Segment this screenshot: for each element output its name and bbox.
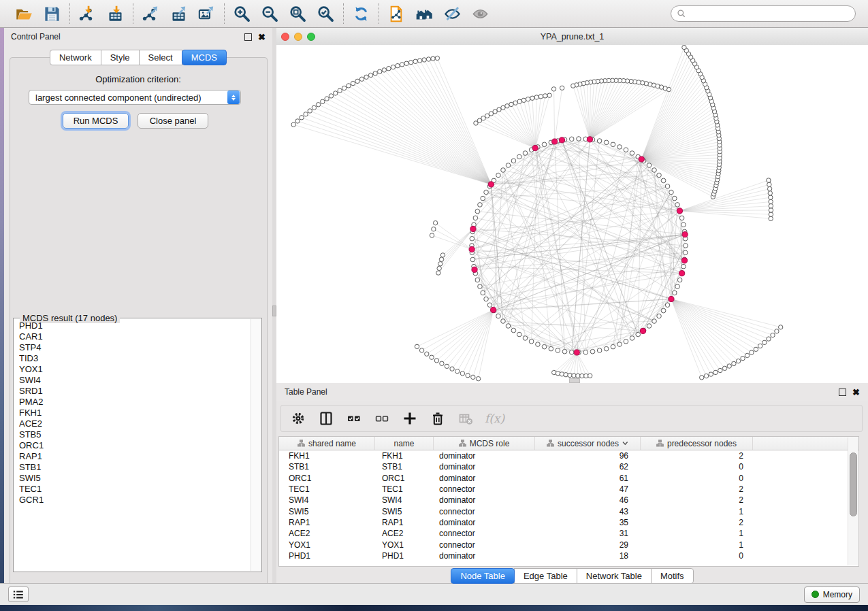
mcds-dominator-node[interactable] bbox=[470, 226, 476, 231]
delete-icon[interactable] bbox=[429, 410, 447, 427]
network-node[interactable] bbox=[669, 190, 674, 195]
table-scrollbar[interactable] bbox=[848, 437, 858, 565]
network-node[interactable] bbox=[529, 340, 534, 344]
network-leaf-node[interactable] bbox=[338, 88, 342, 93]
network-leaf-node[interactable] bbox=[497, 108, 501, 112]
network-leaf-node[interactable] bbox=[769, 216, 773, 220]
network-node[interactable] bbox=[617, 342, 622, 347]
zoom-selected-icon[interactable] bbox=[317, 5, 335, 23]
network-node[interactable] bbox=[630, 336, 634, 341]
tab-edge-table[interactable]: Edge Table bbox=[514, 568, 577, 584]
network-leaf-node[interactable] bbox=[433, 220, 437, 225]
network-leaf-node[interactable] bbox=[745, 353, 749, 357]
network-leaf-node[interactable] bbox=[312, 105, 316, 110]
mcds-dominator-node[interactable] bbox=[681, 258, 687, 263]
network-leaf-node[interactable] bbox=[775, 329, 779, 333]
mcds-result-item[interactable]: SWI4 bbox=[19, 375, 251, 386]
network-node[interactable] bbox=[673, 291, 677, 295]
network-leaf-node[interactable] bbox=[471, 375, 475, 379]
network-leaf-node[interactable] bbox=[439, 257, 443, 261]
table-scrollbar-thumb[interactable] bbox=[850, 452, 857, 516]
close-table-panel-icon[interactable]: ✖ bbox=[852, 389, 860, 395]
table-row[interactable]: YOX1YOX1connector291 bbox=[279, 539, 858, 550]
network-leaf-node[interactable] bbox=[709, 372, 713, 376]
network-leaf-node[interactable] bbox=[437, 266, 441, 270]
clone-network-icon[interactable] bbox=[387, 5, 406, 23]
settings-icon[interactable] bbox=[289, 410, 307, 427]
refresh-icon[interactable] bbox=[352, 5, 370, 23]
open-icon[interactable] bbox=[15, 5, 33, 23]
network-leaf-node[interactable] bbox=[552, 370, 556, 374]
table-row[interactable]: SWI5SWI5connector431 bbox=[279, 506, 858, 516]
export-table-icon[interactable] bbox=[170, 5, 188, 23]
tab-select[interactable]: Select bbox=[139, 50, 182, 65]
network-node[interactable] bbox=[675, 203, 680, 208]
network-leaf-node[interactable] bbox=[771, 333, 775, 337]
network-node[interactable] bbox=[556, 348, 560, 353]
hide-eye-icon[interactable] bbox=[443, 5, 462, 23]
network-leaf-node[interactable] bbox=[455, 369, 460, 373]
network-node[interactable] bbox=[652, 319, 657, 324]
mcds-dominator-node[interactable] bbox=[574, 350, 579, 355]
network-node[interactable] bbox=[597, 348, 602, 353]
zoom-in-icon[interactable] bbox=[233, 5, 251, 23]
mcds-dominator-node[interactable] bbox=[677, 208, 682, 214]
network-leaf-node[interactable] bbox=[741, 356, 745, 360]
save-icon[interactable] bbox=[43, 5, 61, 23]
network-leaf-node[interactable] bbox=[440, 361, 444, 365]
table-row[interactable]: FKH1FKH1dominator962 bbox=[279, 450, 858, 461]
network-node[interactable] bbox=[679, 216, 684, 220]
mcds-dominator-node[interactable] bbox=[682, 231, 688, 237]
export-image-icon[interactable] bbox=[197, 5, 216, 23]
network-node[interactable] bbox=[511, 328, 516, 333]
mcds-result-item[interactable]: PHD1 bbox=[19, 320, 251, 331]
mcds-dominator-node[interactable] bbox=[472, 267, 477, 272]
network-leaf-node[interactable] bbox=[534, 95, 539, 99]
import-network-icon[interactable] bbox=[78, 5, 97, 23]
float-panel-icon[interactable] bbox=[244, 33, 252, 41]
network-node[interactable] bbox=[506, 324, 511, 329]
network-leaf-node[interactable] bbox=[588, 374, 592, 378]
network-leaf-node[interactable] bbox=[505, 104, 509, 108]
network-leaf-node[interactable] bbox=[551, 87, 556, 91]
network-leaf-node[interactable] bbox=[325, 97, 329, 101]
network-leaf-node[interactable] bbox=[450, 367, 454, 371]
run-mcds-button[interactable]: Run MCDS bbox=[63, 113, 129, 129]
network-node[interactable] bbox=[496, 314, 501, 318]
network-leaf-node[interactable] bbox=[769, 212, 773, 216]
mcds-dominator-node[interactable] bbox=[488, 182, 494, 187]
network-node[interactable] bbox=[611, 142, 615, 147]
mcds-result-item[interactable]: CAR1 bbox=[19, 331, 251, 342]
network-view-canvas[interactable] bbox=[276, 45, 868, 383]
mcds-dominator-node[interactable] bbox=[559, 137, 564, 143]
mcds-dominator-node[interactable] bbox=[679, 271, 685, 276]
mcds-result-item[interactable]: STB5 bbox=[19, 429, 251, 440]
network-leaf-node[interactable] bbox=[404, 61, 408, 65]
network-node[interactable] bbox=[506, 163, 511, 168]
network-node[interactable] bbox=[583, 350, 588, 354]
mcds-result-item[interactable]: TEC1 bbox=[19, 484, 251, 495]
network-node[interactable] bbox=[484, 190, 489, 195]
network-leaf-node[interactable] bbox=[364, 75, 368, 79]
column-header-shared-name[interactable]: shared name bbox=[279, 437, 375, 450]
mcds-dominator-node[interactable] bbox=[639, 156, 644, 162]
import-table-icon[interactable] bbox=[106, 5, 125, 23]
network-leaf-node[interactable] bbox=[722, 366, 726, 370]
mcds-dominator-node[interactable] bbox=[491, 307, 496, 312]
network-leaf-node[interactable] bbox=[304, 112, 308, 116]
table-row[interactable]: RAP1RAP1dominator352 bbox=[279, 517, 858, 528]
network-leaf-node[interactable] bbox=[682, 45, 686, 49]
network-leaf-node[interactable] bbox=[521, 98, 526, 102]
network-leaf-node[interactable] bbox=[351, 81, 355, 85]
mcds-result-item[interactable]: SWI5 bbox=[19, 473, 251, 484]
network-leaf-node[interactable] bbox=[530, 96, 534, 100]
network-leaf-node[interactable] bbox=[769, 199, 773, 203]
network-leaf-node[interactable] bbox=[308, 109, 312, 113]
network-leaf-node[interactable] bbox=[435, 56, 439, 60]
network-node[interactable] bbox=[470, 257, 475, 262]
network-leaf-node[interactable] bbox=[438, 262, 443, 266]
mcds-result-item[interactable]: PMA2 bbox=[19, 397, 251, 408]
network-node[interactable] bbox=[665, 184, 670, 188]
network-leaf-node[interactable] bbox=[391, 65, 395, 69]
mcds-result-scrollbar[interactable] bbox=[251, 319, 261, 571]
